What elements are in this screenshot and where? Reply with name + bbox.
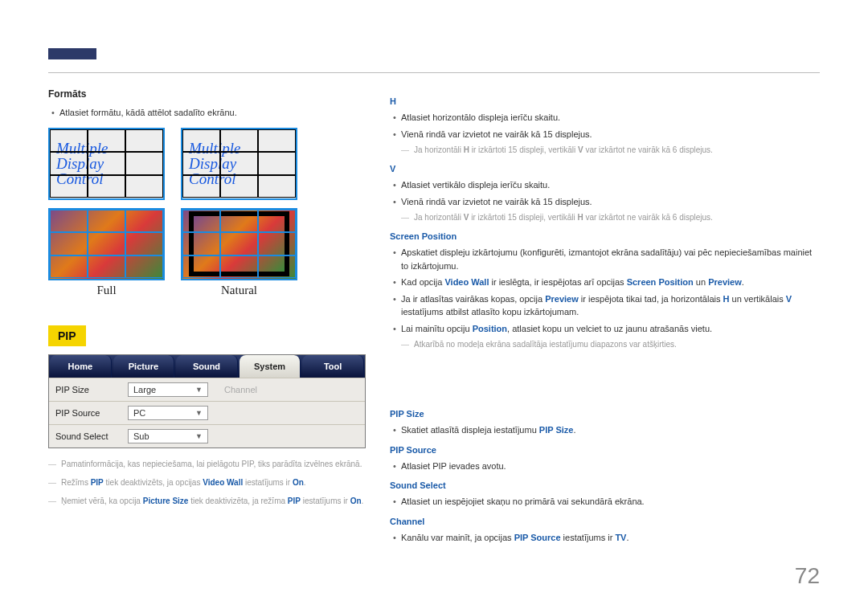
v-li2: Vienā rindā var izvietot ne vairāk kā 15… xyxy=(390,195,820,209)
sp-li1: Apskatiet displeju izkārtojumu (konfigur… xyxy=(390,246,820,272)
formats-heading: Formāts xyxy=(48,88,366,100)
flower-row: Full Natural xyxy=(48,208,366,297)
chan-heading: Channel xyxy=(390,517,820,526)
h-li1: Atlasiet horizontālo displeja ierīču ska… xyxy=(390,111,820,125)
v-li1: Atlasiet vertikālo displeja ierīču skait… xyxy=(390,178,820,192)
row-pip-size: PIP Size Large▼ Channel xyxy=(49,378,365,401)
pipsize-heading: PIP Size xyxy=(390,409,820,419)
note3: Ņemiet vērā, ka opcija Picture Size tiek… xyxy=(48,495,366,507)
pip-badge: PIP xyxy=(48,325,86,346)
lbl-sound-select: Sound Select xyxy=(55,431,128,441)
tab-home[interactable]: Home xyxy=(50,355,112,378)
note2: Režīms PIP tiek deaktivizēts, ja opcijas… xyxy=(48,476,366,488)
header-rule xyxy=(48,72,820,73)
formats-desc: Atlasiet formātu, kādā attēlot sadalīto … xyxy=(48,106,366,120)
lbl-channel: Channel xyxy=(224,385,297,394)
sel-sound-select[interactable]: Sub▼ xyxy=(128,429,208,443)
sp-li2: Kad opcija Video Wall ir ieslēgta, ir ie… xyxy=(390,276,820,289)
left-column: Formāts Atlasiet formātu, kādā attēlot s… xyxy=(48,88,366,547)
tab-sound[interactable]: Sound xyxy=(176,355,238,378)
tab-picture[interactable]: Picture xyxy=(113,355,175,378)
left-notes: Pamatinformācija, kas nepieciešama, lai … xyxy=(48,458,366,507)
sp-li3: Ja ir atlasītas vairākas kopas, opcija P… xyxy=(390,292,820,319)
row-pip-source: PIP Source PC▼ xyxy=(49,401,365,424)
content: Formāts Atlasiet formātu, kādā attēlot s… xyxy=(48,88,820,547)
pipsrc-heading: PIP Source xyxy=(390,445,820,455)
chevron-down-icon: ▼ xyxy=(195,409,203,417)
lbl-pip-size: PIP Size xyxy=(55,385,128,394)
right-column: H Atlasiet horizontālo displeja ierīču s… xyxy=(390,88,820,547)
pipsize-li: Skatiet atlasītā displeja iestatījumu PI… xyxy=(390,423,820,437)
h-li2: Vienā rindā var izvietot ne vairāk kā 15… xyxy=(390,128,820,141)
sp-li4: Lai mainītu opciju Position, atlasiet ko… xyxy=(390,322,820,336)
sp-note: Atkarībā no modeļa ekrāna sadalītāja ies… xyxy=(401,338,820,350)
pip-tabs: Home Picture Sound System Tool xyxy=(49,355,365,378)
caption-full: Full xyxy=(48,284,165,297)
mdc-row: Multiple Display Control Multiple Displa… xyxy=(48,128,366,200)
ssel-heading: Sound Select xyxy=(390,480,820,490)
h-heading: H xyxy=(390,96,820,106)
caption-natural: Natural xyxy=(181,284,297,297)
chevron-down-icon: ▼ xyxy=(195,386,203,394)
h-note: Ja horizontāli H ir izkārtoti 15 displej… xyxy=(401,144,820,156)
v-note: Ja horizontāli V ir izkārtoti 15 displej… xyxy=(401,211,820,223)
sel-pip-size[interactable]: Large▼ xyxy=(128,382,208,397)
chevron-down-icon: ▼ xyxy=(195,432,203,440)
tab-system[interactable]: System xyxy=(240,355,301,378)
mdc-natural: Multiple Display Control xyxy=(181,128,297,200)
page-number: 72 xyxy=(795,563,820,589)
flower-natural xyxy=(181,208,297,280)
pip-panel: Home Picture Sound System Tool PIP Size … xyxy=(48,354,366,448)
sp-heading: Screen Position xyxy=(390,231,820,241)
v-heading: V xyxy=(390,164,820,174)
mdc-full: Multiple Display Control xyxy=(48,128,165,200)
tab-tool[interactable]: Tool xyxy=(302,355,364,378)
lbl-pip-source: PIP Source xyxy=(55,408,128,418)
note1: Pamatinformācija, kas nepieciešama, lai … xyxy=(48,458,366,470)
flower-full xyxy=(48,208,165,280)
sel-pip-source[interactable]: PC▼ xyxy=(128,406,208,420)
chan-li: Kanālu var mainīt, ja opcijas PIP Source… xyxy=(390,531,820,545)
row-sound-select: Sound Select Sub▼ xyxy=(49,424,365,447)
pipsrc-li: Atlasiet PIP ievades avotu. xyxy=(390,460,820,473)
ssel-li: Atlasiet un iespējojiet skaņu no primārā… xyxy=(390,495,820,509)
header-accent xyxy=(48,48,96,59)
